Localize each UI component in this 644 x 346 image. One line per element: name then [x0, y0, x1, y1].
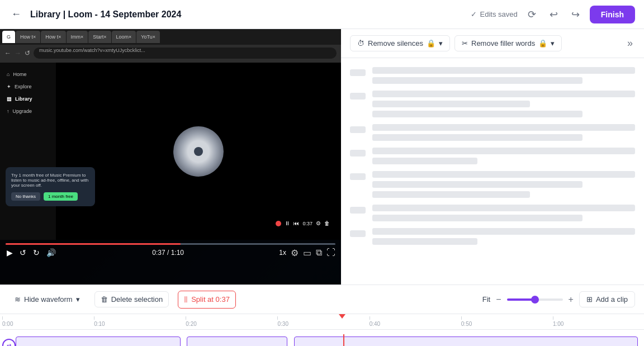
browser-tab-1[interactable]: How t× — [16, 31, 40, 43]
track-segment-2[interactable] — [187, 336, 287, 346]
toolbar-right-controls: Fit − + ⊞ Add a clip — [482, 291, 635, 307]
back-button[interactable]: ← — [9, 6, 23, 22]
one-month-free-button[interactable]: 1 month free — [44, 192, 78, 201]
timeline-tracks[interactable]: ⇄ — [0, 330, 644, 346]
delete-rec-icon: 🗑 — [324, 220, 330, 226]
recording-indicator: ⏸ ⏮ 0:37 ⚙ 🗑 — [270, 218, 335, 229]
ruler-mark-010: 0:10 — [94, 316, 105, 327]
transcript-line — [372, 228, 635, 235]
transcript-line — [372, 158, 477, 164]
browser-tab-active[interactable]: G — [2, 31, 15, 43]
no-thanks-button[interactable]: No thanks — [11, 192, 40, 201]
settings-ctrl-icon[interactable]: ⚙ — [291, 248, 299, 258]
main-content: G How t× How t× Imm× Start× Loom× YoTu× … — [0, 29, 644, 285]
sidebar-item-library[interactable]: ▤ Library — [0, 93, 56, 105]
video-content: ⌂ Home ✦ Explore ▤ Library ↑ Upgrade — [0, 63, 341, 240]
history-button[interactable]: ⟳ — [524, 6, 539, 23]
finish-button[interactable]: Finish — [590, 6, 635, 23]
transcript-line — [372, 111, 583, 117]
address-input[interactable]: music.youtube.com/watch?v=xmtyUJycbcklic… — [34, 48, 337, 59]
header-right-controls: ✓ Edits saved ⟳ ↩ ↪ Finish — [471, 6, 635, 23]
skip-forward-button[interactable]: ↻ — [32, 247, 41, 258]
track-segment-3[interactable] — [294, 336, 638, 346]
browser-tab-2[interactable]: How t× — [41, 31, 65, 43]
theater-icon[interactable]: ▭ — [303, 248, 311, 258]
video-screenshot: G How t× How t× Imm× Start× Loom× YoTu× … — [0, 29, 341, 285]
skip-back-button[interactable]: ↺ — [18, 247, 27, 258]
check-icon: ✓ — [471, 10, 477, 18]
transcript-line — [372, 67, 635, 74]
settings-icon: ⚙ — [316, 220, 321, 226]
sidebar-item-home[interactable]: ⌂ Home — [0, 68, 56, 80]
browser-tab-3[interactable]: Imm× — [67, 31, 88, 43]
speed-icon[interactable]: 1x — [279, 249, 286, 257]
remove-silences-label: Remove silences — [368, 39, 423, 48]
video-panel: G How t× How t× Imm× Start× Loom× YoTu× … — [0, 29, 341, 285]
transcript-line — [372, 148, 635, 154]
transcript-toolbar: ⏱ Remove silences 🔒 ▾ ✂ Remove filler wo… — [341, 29, 644, 58]
track-handle[interactable]: ⇄ — [2, 339, 16, 346]
play-button[interactable]: ▶ — [6, 247, 14, 258]
transcript-lines-5 — [372, 171, 635, 198]
music-app: ⌂ Home ✦ Explore ▤ Library ↑ Upgrade — [0, 63, 341, 240]
transcript-block-7 — [350, 228, 635, 245]
delete-selection-button[interactable]: 🗑 Delete selection — [94, 291, 169, 307]
transcript-lines-6 — [372, 205, 635, 221]
transcript-block-1 — [350, 67, 635, 84]
picture-in-picture-icon[interactable]: ⧉ — [316, 248, 322, 258]
transcript-line — [372, 191, 530, 198]
fullscreen-icon[interactable]: ⛶ — [326, 248, 335, 258]
zoom-out-button[interactable]: − — [495, 293, 502, 306]
redo-button[interactable]: ↪ — [568, 6, 583, 23]
nav-back-icon[interactable]: ← — [4, 49, 11, 57]
playhead-ruler-indicator — [339, 314, 345, 319]
hide-waveform-button[interactable]: ≋ Hide waveform ▾ — [9, 292, 86, 307]
sidebar-item-upgrade[interactable]: ↑ Upgrade — [0, 105, 56, 117]
video-progress-fill — [6, 243, 181, 245]
transcript-line — [372, 171, 635, 178]
ruler-mark-100: 1:00 — [553, 316, 564, 327]
timestamp-3 — [350, 126, 366, 133]
ruler-mark-050: 0:50 — [461, 316, 472, 327]
transcript-line — [372, 134, 583, 141]
nav-forward-icon[interactable]: → — [15, 49, 21, 57]
transcript-line — [372, 215, 583, 221]
browser-tab-5[interactable]: Loom× — [112, 31, 136, 43]
ruler-marks: 0:00 0:10 0:20 0:30 0:40 0:50 1:00 — [2, 314, 644, 329]
remove-silences-button[interactable]: ⏱ Remove silences 🔒 ▾ — [350, 35, 450, 51]
volume-button[interactable]: 🔊 — [45, 247, 57, 258]
transcript-area — [341, 58, 644, 285]
browser-address-bar: ← → ↺ music.youtube.com/watch?v=xmtyUJyc… — [0, 45, 341, 61]
video-controls: ▶ ↺ ↻ 🔊 0:37 / 1:10 1x ⚙ ▭ ⧉ ⛶ — [0, 240, 341, 285]
transcript-line — [372, 181, 583, 188]
timestamp-1 — [350, 69, 366, 76]
delete-label: Delete selection — [111, 295, 163, 304]
bottom-toolbar: ≋ Hide waveform ▾ 🗑 Delete selection ⦀ S… — [0, 285, 644, 314]
page-title: Library | Loom - 14 September 2024 — [30, 10, 464, 20]
add-clip-button[interactable]: ⊞ Add a clip — [579, 291, 635, 307]
music-disc — [173, 126, 224, 177]
track-segment-1[interactable] — [16, 336, 181, 346]
track-handle-icon: ⇄ — [7, 343, 11, 347]
transcript-line — [372, 77, 583, 84]
explore-icon: ✦ — [7, 84, 11, 89]
edits-saved-indicator: ✓ Edits saved — [471, 10, 518, 18]
browser-tab-6[interactable]: YoTu× — [136, 31, 160, 43]
split-button[interactable]: ⦀ Split at 0:37 — [178, 291, 236, 309]
library-icon: ▤ — [7, 96, 12, 102]
remove-filler-button[interactable]: ✂ Remove filler words 🔒 ▾ — [454, 35, 562, 51]
refresh-icon[interactable]: ↺ — [25, 49, 30, 57]
zoom-slider[interactable] — [507, 298, 563, 301]
transcript-line — [372, 238, 477, 245]
zoom-in-button[interactable]: + — [567, 293, 575, 306]
filler-icon: ✂ — [462, 39, 468, 48]
sidebar-item-explore[interactable]: ✦ Explore — [0, 80, 56, 93]
undo-button[interactable]: ↩ — [546, 6, 561, 23]
expand-panel-button[interactable]: » — [625, 35, 635, 51]
transcript-line — [372, 91, 635, 97]
home-icon: ⌂ — [7, 72, 10, 77]
app-header: ← Library | Loom - 14 September 2024 ✓ E… — [0, 0, 644, 29]
browser-tab-4[interactable]: Start× — [88, 31, 111, 43]
video-progress-bar[interactable] — [6, 243, 335, 245]
timeline-ruler: 0:00 0:10 0:20 0:30 0:40 0:50 1:00 — [0, 314, 644, 330]
